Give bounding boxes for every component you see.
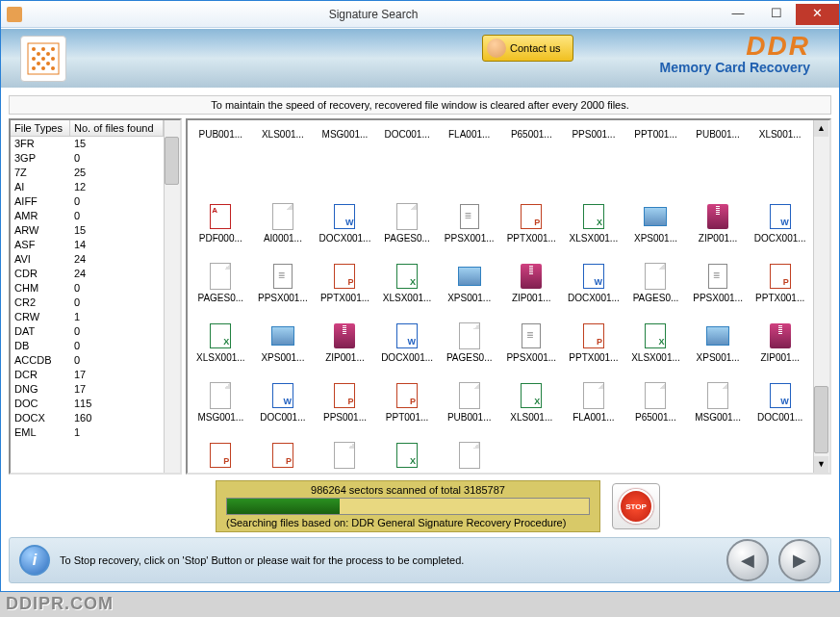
file-item[interactable]: ZIP001... <box>687 184 750 244</box>
file-item[interactable]: PAGES0... <box>624 244 687 303</box>
stop-button[interactable]: STOP <box>612 483 660 529</box>
file-item[interactable]: PUB001... <box>687 124 750 140</box>
file-item[interactable]: PPTX001... <box>563 303 625 363</box>
file-item[interactable]: XPS001... <box>252 303 315 363</box>
file-item[interactable]: PPSX001... <box>500 303 563 363</box>
table-row[interactable]: DCR17 <box>11 368 164 382</box>
table-row[interactable]: AMR0 <box>11 209 164 223</box>
scrollbar-thumb[interactable] <box>814 386 828 453</box>
file-item[interactable]: ZIP001... <box>500 244 563 303</box>
table-row[interactable]: CRW1 <box>11 310 164 324</box>
back-button[interactable]: ◀ <box>726 539 769 581</box>
file-item[interactable]: XLSX001... <box>190 303 252 363</box>
file-item[interactable]: XPS001... <box>438 244 500 303</box>
table-row[interactable]: DOCX160 <box>11 411 164 425</box>
table-row[interactable]: 3FR15 <box>11 137 164 151</box>
file-item[interactable]: XPS001... <box>687 303 750 363</box>
file-item[interactable]: FLA001... <box>563 363 625 423</box>
file-item[interactable]: PAGES0... <box>376 184 439 244</box>
file-item[interactable]: PPTX001... <box>500 184 563 244</box>
file-item[interactable]: P65001... <box>500 124 563 140</box>
file-item[interactable]: MSG001... <box>190 363 252 423</box>
file-item[interactable]: MSG001... <box>687 363 750 423</box>
file-icon-zip <box>332 321 357 350</box>
file-item[interactable]: PPT001... <box>624 124 687 140</box>
file-item[interactable]: PAGES0... <box>190 244 252 303</box>
file-item[interactable]: DOC001... <box>252 363 315 423</box>
file-item[interactable]: PPTX001... <box>749 244 811 303</box>
table-row[interactable]: AIFF0 <box>11 194 164 209</box>
table-row[interactable]: 7Z25 <box>11 166 164 180</box>
scroll-down-icon[interactable]: ▼ <box>814 456 828 473</box>
file-item[interactable]: PAGES0... <box>438 303 500 363</box>
file-item[interactable]: PUB001... <box>314 423 376 473</box>
table-row[interactable]: CR20 <box>11 296 164 310</box>
table-row[interactable]: EML1 <box>11 425 164 440</box>
file-item[interactable]: MSG001... <box>314 124 376 140</box>
file-item[interactable]: XLS001... <box>749 124 811 140</box>
file-item[interactable]: DOC001... <box>749 363 811 423</box>
file-label: XLSX001... <box>379 293 435 303</box>
col-files-found[interactable]: No. of files found <box>70 120 164 136</box>
file-item[interactable]: PPTX001... <box>314 244 376 303</box>
titlebar[interactable]: Signature Search — ☐ ✕ <box>1 1 839 28</box>
file-item[interactable]: ZIP001... <box>749 303 811 363</box>
table-row[interactable]: CHM0 <box>11 281 164 296</box>
file-item[interactable]: XLS001... <box>252 124 315 140</box>
file-item[interactable]: PPT001... <box>252 423 315 473</box>
file-item[interactable]: DOCX001... <box>563 244 625 303</box>
table-row[interactable]: ARW15 <box>11 223 164 238</box>
file-item[interactable]: XLS001... <box>376 423 439 473</box>
file-item[interactable]: FLA001... <box>438 423 500 473</box>
table-row[interactable]: DAT0 <box>11 324 164 339</box>
file-item[interactable]: PUB001... <box>438 363 500 423</box>
file-grid[interactable]: PUB001...XLS001...MSG001...DOC001...FLA0… <box>188 120 813 473</box>
table-row[interactable]: AVI24 <box>11 252 164 267</box>
table-row[interactable]: DNG17 <box>11 382 164 397</box>
scrollbar-thumb[interactable] <box>165 137 179 185</box>
close-button[interactable]: ✕ <box>796 4 839 25</box>
file-item[interactable]: PPS001... <box>563 124 625 140</box>
file-item[interactable]: DOCX001... <box>376 303 439 363</box>
forward-button[interactable]: ▶ <box>778 539 821 581</box>
file-item[interactable]: PUB001... <box>190 124 252 140</box>
table-row[interactable]: AI12 <box>11 180 164 194</box>
file-label: PDF000... <box>192 233 248 244</box>
file-item[interactable]: PPS001... <box>190 423 252 473</box>
file-item[interactable]: DOC001... <box>376 124 439 140</box>
table-row[interactable]: DB0 <box>11 339 164 353</box>
sidebar-scrollbar[interactable] <box>164 120 180 473</box>
file-item[interactable]: FLA001... <box>438 124 500 140</box>
table-row[interactable]: 3GP0 <box>11 151 164 166</box>
col-file-types[interactable]: File Types <box>11 120 70 136</box>
file-item[interactable]: PDF000... <box>190 184 252 244</box>
file-item[interactable]: AI0001... <box>252 184 315 244</box>
file-item[interactable]: ZIP001... <box>314 303 376 363</box>
file-item[interactable]: PPSX001... <box>687 244 750 303</box>
table-body[interactable]: 3FR153GP07Z25AI12AIFF0AMR0ARW15ASF14AVI2… <box>11 137 164 469</box>
file-item[interactable]: PPSX001... <box>438 184 500 244</box>
maximize-button[interactable]: ☐ <box>757 4 796 25</box>
table-row[interactable]: CDR24 <box>11 267 164 281</box>
table-header[interactable]: File Types No. of files found <box>11 120 164 137</box>
cell-type: AI <box>11 180 70 194</box>
table-row[interactable]: DOC115 <box>11 397 164 411</box>
file-item[interactable]: XLS001... <box>500 363 563 423</box>
file-item[interactable]: XLSX001... <box>563 184 625 244</box>
file-item[interactable]: XPS001... <box>624 184 687 244</box>
file-item[interactable]: PPS001... <box>314 363 376 423</box>
file-item[interactable]: DOCX001... <box>749 184 811 244</box>
file-item[interactable]: DOCX001... <box>314 184 376 244</box>
file-item[interactable]: P65001... <box>624 363 687 423</box>
table-row[interactable]: ASF14 <box>11 238 164 252</box>
file-item[interactable]: PPSX001... <box>252 244 315 303</box>
table-row[interactable]: ACCDB0 <box>11 353 164 368</box>
file-label: DOC001... <box>255 412 311 423</box>
file-item[interactable]: PPT001... <box>376 363 439 423</box>
file-item[interactable]: XLSX001... <box>624 303 687 363</box>
contact-us-button[interactable]: Contact us <box>482 35 573 62</box>
file-item[interactable]: XLSX001... <box>376 244 439 303</box>
scroll-up-icon[interactable]: ▲ <box>814 120 828 137</box>
minimize-button[interactable]: — <box>719 4 757 25</box>
files-scrollbar[interactable]: ▲ ▼ <box>813 120 829 473</box>
